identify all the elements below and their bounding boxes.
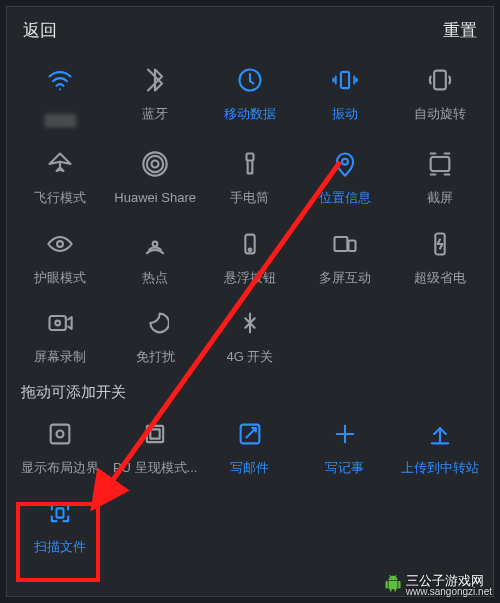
- tile-label: 写记事: [325, 460, 364, 476]
- tile-label: 手电筒: [230, 190, 269, 206]
- compose-mail-icon: [230, 414, 270, 454]
- svg-point-12: [249, 248, 252, 251]
- location-icon: [325, 144, 365, 184]
- bluetooth-icon: [135, 60, 175, 100]
- scan-file-icon: [40, 493, 80, 533]
- 4g-switch-icon: [230, 303, 270, 343]
- tile-airplane[interactable]: 飞行模式: [13, 144, 108, 206]
- svg-rect-14: [348, 240, 355, 251]
- tile-label: 飞行模式: [34, 190, 86, 206]
- svg-point-19: [57, 430, 64, 437]
- tile-vibrate[interactable]: 振动: [297, 60, 392, 126]
- tile-screenshot[interactable]: 截屏: [392, 144, 487, 206]
- screen-record-icon: [40, 303, 80, 343]
- screenshot-icon: [420, 144, 460, 184]
- tile-label: 上传到中转站: [401, 460, 479, 476]
- svg-rect-18: [51, 424, 70, 443]
- tile-bluetooth[interactable]: 蓝牙: [108, 60, 203, 126]
- tile-hotspot[interactable]: 热点: [108, 224, 203, 286]
- wifi-ssid: ████: [45, 114, 76, 126]
- header: 返回 重置: [7, 7, 493, 54]
- tile-mobile-data[interactable]: 移动数据: [203, 60, 298, 126]
- tile-compose-note[interactable]: 写记事: [297, 414, 392, 476]
- tile-label: Huawei Share: [114, 190, 196, 206]
- mobile-data-icon: [230, 60, 270, 100]
- tile-label: 4G 开关: [227, 349, 274, 365]
- svg-rect-16: [50, 316, 66, 330]
- tile-label: PU 呈现模式...: [113, 460, 198, 476]
- tile-label: 护眼模式: [34, 270, 86, 286]
- floating-button-icon: [230, 224, 270, 264]
- show-layout-icon: [40, 414, 80, 454]
- tile-label: 超级省电: [414, 270, 466, 286]
- tile-label: 振动: [332, 106, 358, 122]
- reset-button[interactable]: 重置: [443, 19, 477, 42]
- svg-rect-13: [334, 237, 347, 251]
- auto-rotate-icon: [420, 60, 460, 100]
- tile-label: 移动数据: [224, 106, 276, 122]
- wifi-icon: [40, 60, 80, 100]
- back-button[interactable]: 返回: [23, 19, 57, 42]
- hotspot-icon: [135, 224, 175, 264]
- tile-label: 免打扰: [136, 349, 175, 365]
- tile-floating-button[interactable]: 悬浮按钮: [203, 224, 298, 286]
- tile-dnd[interactable]: 免打扰: [108, 303, 203, 365]
- tile-label: 截屏: [427, 190, 453, 206]
- svg-rect-6: [246, 154, 253, 161]
- svg-point-17: [56, 321, 61, 326]
- svg-rect-23: [57, 509, 64, 518]
- svg-rect-2: [434, 71, 446, 90]
- tile-label: 热点: [142, 270, 168, 286]
- tile-eye-comfort[interactable]: 护眼模式: [13, 224, 108, 286]
- tile-compose-mail[interactable]: 写邮件: [203, 414, 298, 476]
- svg-point-10: [153, 241, 158, 246]
- tile-scan-file[interactable]: 扫描文件: [13, 493, 108, 555]
- tile-multi-screen[interactable]: 多屏互动: [297, 224, 392, 286]
- ultra-power-save-icon: [420, 224, 460, 264]
- multi-screen-icon: [325, 224, 365, 264]
- tile-upload-transfer[interactable]: 上传到中转站: [392, 414, 487, 476]
- tile-huawei-share[interactable]: Huawei Share: [108, 144, 203, 206]
- svg-rect-8: [430, 157, 449, 171]
- eye-comfort-icon: [40, 224, 80, 264]
- drag-hint-label: 拖动可添加开关: [21, 383, 479, 402]
- airplane-icon: [40, 144, 80, 184]
- tile-location[interactable]: 位置信息: [297, 144, 392, 206]
- tile-label: 位置信息: [319, 190, 371, 206]
- android-icon: [384, 575, 402, 596]
- svg-point-4: [147, 156, 163, 172]
- dnd-icon: [135, 303, 175, 343]
- gpu-render-icon: [135, 414, 175, 454]
- tile-label: 显示布局边界: [21, 460, 99, 476]
- svg-rect-20: [147, 426, 163, 442]
- flashlight-icon: [230, 144, 270, 184]
- extra-tiles-grid: 显示布局边界PU 呈现模式...写邮件写记事上传到中转站扫描文件: [7, 410, 493, 565]
- tiles-grid: ████蓝牙移动数据振动自动旋转飞行模式Huawei Share手电筒位置信息截…: [7, 54, 493, 369]
- tile-screen-record[interactable]: 屏幕录制: [13, 303, 108, 365]
- tile-auto-rotate[interactable]: 自动旋转: [392, 60, 487, 126]
- svg-point-7: [342, 159, 348, 165]
- tile-flashlight[interactable]: 手电筒: [203, 144, 298, 206]
- quick-settings-panel: 返回 重置 ████蓝牙移动数据振动自动旋转飞行模式Huawei Share手电…: [6, 6, 494, 597]
- tile-gpu-render[interactable]: PU 呈现模式...: [108, 414, 203, 476]
- tile-label: 多屏互动: [319, 270, 371, 286]
- tile-4g-switch[interactable]: 4G 开关: [203, 303, 298, 365]
- vibrate-icon: [325, 60, 365, 100]
- tile-label: 自动旋转: [414, 106, 466, 122]
- tile-show-layout[interactable]: 显示布局边界: [13, 414, 108, 476]
- svg-point-3: [152, 161, 159, 168]
- upload-transfer-icon: [420, 414, 460, 454]
- tile-label: 写邮件: [230, 460, 269, 476]
- tile-label: 蓝牙: [142, 106, 168, 122]
- svg-rect-1: [341, 72, 349, 88]
- tile-label: 屏幕录制: [34, 349, 86, 365]
- svg-point-9: [57, 241, 63, 247]
- compose-note-icon: [325, 414, 365, 454]
- watermark-url: www.sangongzi.net: [406, 587, 492, 597]
- tile-ultra-power-save[interactable]: 超级省电: [392, 224, 487, 286]
- huawei-share-icon: [135, 144, 175, 184]
- tile-wifi[interactable]: ████: [13, 60, 108, 126]
- svg-rect-21: [151, 429, 160, 438]
- watermark: 三公子游戏网 www.sangongzi.net: [384, 574, 492, 597]
- tile-label: 悬浮按钮: [224, 270, 276, 286]
